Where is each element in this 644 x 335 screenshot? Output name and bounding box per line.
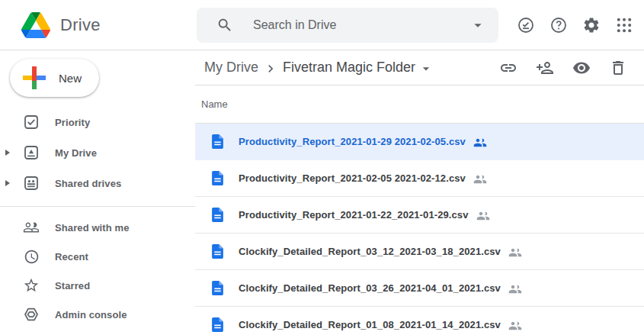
file-row[interactable]: Clockify_Detailed_Report_01_08_2021-01_1… bbox=[195, 307, 644, 335]
search-bar[interactable]: Search in Drive bbox=[197, 8, 498, 43]
shared-people-icon bbox=[476, 209, 490, 223]
new-button-label: New bbox=[59, 72, 82, 85]
csv-file-icon bbox=[212, 317, 223, 332]
sidebar-divider bbox=[0, 206, 195, 207]
search-options-caret-icon[interactable] bbox=[469, 17, 486, 34]
google-apps-icon[interactable] bbox=[615, 16, 633, 34]
file-name: Productivity_Report_2021-02-05 2021-02-1… bbox=[239, 172, 466, 184]
main-content: My Drive Fivetran Magic Folder bbox=[195, 50, 644, 335]
sidebar-item-recent[interactable]: Recent bbox=[0, 242, 195, 271]
chevron-right-icon bbox=[263, 61, 278, 76]
topbar-action-icons bbox=[517, 0, 633, 50]
share-add-person-icon[interactable] bbox=[536, 59, 554, 77]
sidebar-item-label: Admin console bbox=[55, 309, 127, 321]
sidebar-item-label: Recent bbox=[55, 251, 88, 263]
file-name: Productivity_Report_2021-01-29 2021-02-0… bbox=[239, 136, 466, 147]
folder-menu-caret-icon[interactable] bbox=[418, 61, 434, 76]
sidebar-item-shared-drives[interactable]: Shared drives bbox=[0, 168, 195, 198]
search-icon bbox=[216, 17, 233, 34]
delete-icon[interactable] bbox=[609, 59, 627, 77]
sidebar-item-label: Shared drives bbox=[55, 178, 121, 189]
file-row[interactable]: Productivity_Report_2021-02-05 2021-02-1… bbox=[195, 160, 644, 197]
sidebar-item-label: My Drive bbox=[55, 147, 97, 159]
expand-arrow-icon[interactable] bbox=[5, 150, 11, 156]
starred-icon bbox=[23, 277, 40, 294]
recent-icon bbox=[23, 248, 40, 265]
sidebar-item-starred[interactable]: Starred bbox=[0, 271, 195, 300]
csv-file-icon bbox=[212, 208, 223, 222]
drive-logo-icon bbox=[21, 12, 50, 38]
column-header-name[interactable]: Name bbox=[201, 98, 228, 110]
file-name: Clockify_Detailed_Report_01_08_2021-01_1… bbox=[239, 319, 501, 330]
sidebar-item-label: Starred bbox=[55, 280, 90, 292]
shared-people-icon bbox=[473, 136, 487, 150]
google-drive-window: Drive Search in Drive bbox=[0, 0, 644, 335]
csv-file-icon bbox=[212, 244, 223, 259]
sidebar-item-my-drive[interactable]: My Drive bbox=[0, 137, 195, 168]
settings-icon[interactable] bbox=[582, 16, 601, 34]
sidebar-nav-secondary: Shared with me Recent Starred bbox=[0, 213, 195, 329]
file-name: Clockify_Detailed_Report_03_26_2021-04_0… bbox=[239, 282, 501, 294]
shared-people-icon bbox=[508, 282, 522, 296]
new-plus-icon bbox=[21, 65, 47, 91]
search-input[interactable]: Search in Drive bbox=[253, 18, 469, 32]
get-link-icon[interactable] bbox=[499, 59, 517, 77]
sidebar: New Priority bbox=[0, 50, 195, 335]
file-row[interactable]: Clockify_Detailed_Report_03_12_2021-03_1… bbox=[195, 234, 644, 270]
priority-icon bbox=[23, 114, 40, 130]
breadcrumb-my-drive[interactable]: My Drive bbox=[204, 60, 258, 76]
file-list: Productivity_Report_2021-01-29 2021-02-0… bbox=[195, 124, 644, 335]
file-row[interactable]: Productivity_Report_2021-01-22_2021-01-2… bbox=[195, 197, 644, 234]
shared-people-icon bbox=[508, 246, 522, 259]
file-row[interactable]: Productivity_Report_2021-01-29 2021-02-0… bbox=[195, 124, 644, 160]
sidebar-item-admin-console[interactable]: Admin console bbox=[0, 300, 195, 329]
app-title: Drive bbox=[60, 15, 101, 35]
sidebar-item-label: Shared with me bbox=[55, 222, 129, 234]
csv-file-icon bbox=[212, 134, 223, 149]
sidebar-nav-primary: Priority My Drive bbox=[0, 107, 195, 198]
shared-drives-icon bbox=[23, 175, 40, 192]
new-button[interactable]: New bbox=[10, 59, 99, 97]
offline-status-icon[interactable] bbox=[517, 16, 535, 34]
shared-people-icon bbox=[508, 319, 522, 333]
sidebar-item-shared-with-me[interactable]: Shared with me bbox=[0, 213, 195, 242]
drive-logo-area[interactable]: Drive bbox=[21, 0, 101, 50]
expand-arrow-icon[interactable] bbox=[5, 180, 11, 186]
admin-console-icon bbox=[23, 306, 40, 323]
sidebar-item-label: Priority bbox=[55, 117, 90, 128]
my-drive-icon bbox=[23, 144, 40, 161]
shared-people-icon bbox=[473, 172, 487, 186]
help-icon[interactable] bbox=[549, 16, 568, 34]
breadcrumb-current-folder[interactable]: Fivetran Magic Folder bbox=[283, 60, 415, 76]
preview-eye-icon[interactable] bbox=[572, 59, 591, 77]
top-app-bar: Drive Search in Drive bbox=[0, 0, 644, 50]
shared-with-me-icon bbox=[23, 219, 40, 236]
file-name: Clockify_Detailed_Report_03_12_2021-03_1… bbox=[239, 246, 501, 257]
file-list-header[interactable]: Name bbox=[195, 85, 644, 124]
file-name: Productivity_Report_2021-01-22_2021-01-2… bbox=[239, 209, 469, 221]
folder-toolbar bbox=[499, 50, 627, 85]
csv-file-icon bbox=[212, 281, 223, 295]
file-row[interactable]: Clockify_Detailed_Report_03_26_2021-04_0… bbox=[195, 270, 644, 307]
csv-file-icon bbox=[212, 171, 223, 185]
breadcrumb: My Drive Fivetran Magic Folder bbox=[195, 50, 644, 85]
sidebar-item-priority[interactable]: Priority bbox=[0, 107, 195, 137]
